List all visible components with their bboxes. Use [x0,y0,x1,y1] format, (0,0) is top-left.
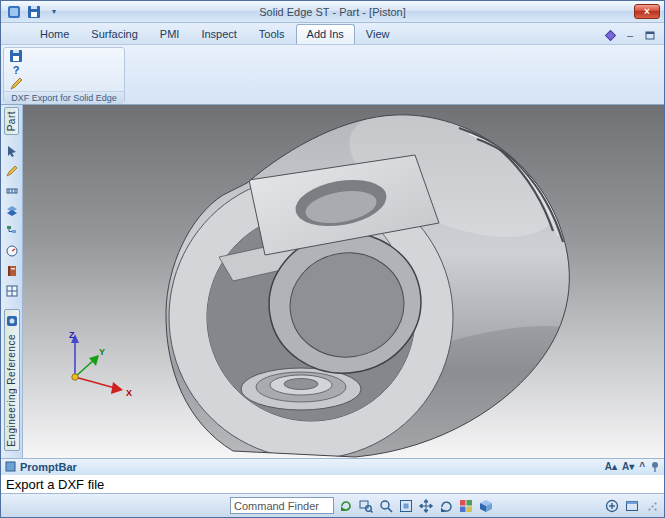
3d-viewport[interactable]: Z X Y [23,105,664,458]
close-button[interactable]: × [634,4,660,19]
rotate-icon[interactable] [437,497,454,514]
zoom-icon[interactable] [377,497,394,514]
prompt-bar: PromptBar A▴ A▾ ^ [1,458,664,475]
group-label: DXF Export for Solid Edge [4,91,124,104]
sensors-icon[interactable] [4,243,20,259]
tab-part[interactable]: Part [4,107,19,135]
font-decrease-button[interactable]: A▾ [622,462,634,472]
engineering-reference-icon [6,313,18,331]
refresh-icon[interactable] [337,497,354,514]
select-icon[interactable] [4,143,20,159]
zoom-area-icon[interactable] [357,497,374,514]
sketch-icon[interactable] [4,163,20,179]
tab-engineering-reference[interactable]: Engineering Reference [4,309,20,451]
view-styles-icon[interactable] [457,497,474,514]
dxf-save-button[interactable] [6,49,26,63]
tab-inspect[interactable]: Inspect [190,24,247,44]
tab-part-label: Part [6,111,17,131]
piston-scene: Z X Y [23,105,664,458]
save-button[interactable] [25,4,43,20]
shaded-cube-icon[interactable] [477,497,494,514]
tab-add-ins[interactable]: Add Ins [296,24,355,44]
axis-x-label: X [126,388,132,398]
pin-boss [241,368,361,410]
symbols-icon[interactable] [4,283,20,299]
axis-y-label: Y [99,347,105,357]
dxf-export-button[interactable] [6,77,26,91]
collapse-panel-button[interactable]: ^ [639,462,645,472]
tab-engineering-reference-label: Engineering Reference [6,334,17,447]
ribbon-tab-row: Home Surfacing PMI Inspect Tools Add Ins… [1,23,664,45]
tab-pmi[interactable]: PMI [149,24,191,44]
title-bar: ▾ Solid Edge ST - Part - [Piston] × [1,1,664,23]
tab-view[interactable]: View [355,24,401,44]
prompt-message: Export a DXF file [1,475,664,493]
ribbon-body: ? DXF Export for Solid Edge [1,45,664,105]
axis-z-label: Z [69,330,75,340]
pan-icon[interactable] [417,497,434,514]
pin-button[interactable] [650,461,660,473]
pathfinder-icon[interactable] [4,223,20,239]
status-bar [1,493,664,517]
zoom-in-icon[interactable] [603,497,620,514]
qat-dropdown-button[interactable]: ▾ [45,4,63,20]
restore-window-button[interactable] [642,28,658,42]
tab-home[interactable]: Home [29,24,80,44]
edgebar: Part [1,105,23,458]
command-finder-input[interactable] [230,497,334,514]
dxf-export-group: ? DXF Export for Solid Edge [3,47,125,103]
window-layout-icon[interactable] [623,497,640,514]
window-title: Solid Edge ST - Part - [Piston] [1,6,664,18]
help-diamond-icon[interactable] [602,28,618,42]
library-icon[interactable] [4,263,20,279]
coordinate-triad: Z X Y [69,330,132,398]
quick-access-toolbar: ▾ [1,4,63,20]
tab-surfacing[interactable]: Surfacing [80,24,148,44]
dimension-icon[interactable] [4,183,20,199]
app-icon[interactable] [5,4,23,20]
tab-tools[interactable]: Tools [248,24,296,44]
fit-icon[interactable] [397,497,414,514]
prompt-panel-icon[interactable] [5,458,16,476]
dxf-help-button[interactable]: ? [6,63,26,77]
prompt-bar-title: PromptBar [20,461,77,473]
font-increase-button[interactable]: A▴ [605,462,617,472]
app-window: ▾ Solid Edge ST - Part - [Piston] × Home… [0,0,665,518]
layers-icon[interactable] [4,203,20,219]
minimize-ribbon-button[interactable]: – [622,28,638,42]
resize-grip[interactable] [643,497,660,514]
